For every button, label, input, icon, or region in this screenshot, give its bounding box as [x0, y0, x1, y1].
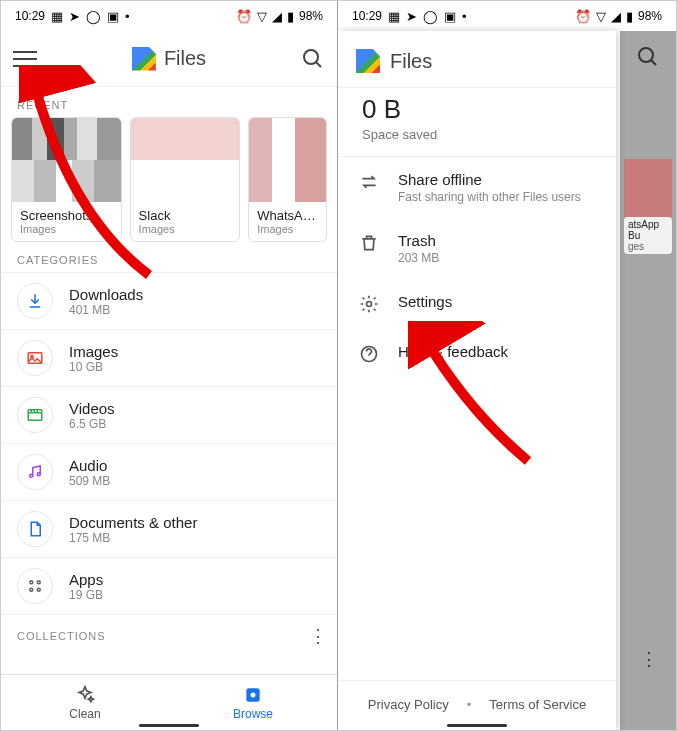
- recent-row: Screenshots Images Slack Images WhatsApp…: [1, 117, 337, 242]
- drawer-item-trash[interactable]: Trash203 MB: [338, 218, 616, 279]
- categories-label: CATEGORIES: [1, 242, 337, 272]
- recent-sub: Images: [20, 223, 113, 235]
- files-logo-icon: [132, 47, 156, 71]
- terms-link[interactable]: Terms of Service: [489, 697, 586, 712]
- map-icon: ▦: [51, 9, 63, 24]
- nav-clean[interactable]: Clean: [1, 675, 169, 730]
- battery-icon: ▮: [626, 9, 633, 24]
- recent-thumbnail: [624, 159, 672, 217]
- drawer-item-share-offline[interactable]: Share offlineFast sharing with other Fil…: [338, 157, 616, 218]
- recent-thumbnail: [249, 118, 326, 202]
- signal-icon: ◢: [272, 9, 282, 24]
- more-vert-icon[interactable]: ⋮: [640, 648, 658, 670]
- bottom-nav: Clean Browse: [1, 674, 337, 730]
- hamburger-menu-button[interactable]: [13, 47, 37, 71]
- drawer-item-title: Help & feedback: [398, 343, 508, 360]
- collections-label: COLLECTIONS: [17, 630, 106, 642]
- recent-card[interactable]: WhatsApp Bu Images: [248, 117, 327, 242]
- privacy-link[interactable]: Privacy Policy: [368, 697, 449, 712]
- category-item-documents[interactable]: Documents & other175 MB: [1, 501, 337, 558]
- nav-browse[interactable]: Browse: [169, 675, 337, 730]
- nav-indicator: [139, 724, 199, 727]
- recent-label: RECENT: [1, 87, 337, 117]
- circle-icon: ◯: [86, 9, 101, 24]
- gear-icon: [358, 293, 380, 315]
- drawer-item-settings[interactable]: Settings: [338, 279, 616, 329]
- category-item-downloads[interactable]: Downloads401 MB: [1, 273, 337, 330]
- space-saved-label: Space saved: [362, 127, 592, 142]
- recent-title: Slack: [139, 208, 232, 223]
- status-bar: 10:29 ▦ ➤ ◯ ▣ • ⏰ ▽ ◢ ▮ 98%: [338, 1, 676, 31]
- nav-indicator: [447, 724, 507, 727]
- category-item-videos[interactable]: Videos6.5 GB: [1, 387, 337, 444]
- recent-thumbnail: [131, 118, 240, 202]
- search-button[interactable]: [636, 45, 660, 69]
- wifi-icon: ▽: [596, 9, 606, 24]
- app-bar: Files: [1, 31, 337, 87]
- signal-icon: ◢: [611, 9, 621, 24]
- more-vert-icon[interactable]: ⋮: [309, 625, 325, 647]
- svg-point-10: [37, 588, 40, 591]
- dot-separator: •: [467, 697, 472, 712]
- wifi-icon: ▽: [257, 9, 267, 24]
- files-logo-icon: [356, 49, 380, 73]
- category-item-apps[interactable]: Apps19 GB: [1, 558, 337, 615]
- category-sub: 6.5 GB: [69, 417, 115, 431]
- apps-icon: [17, 568, 53, 604]
- svg-point-8: [37, 581, 40, 584]
- nav-browse-label: Browse: [233, 707, 273, 721]
- scrim[interactable]: atsApp Bu ges ⋮: [620, 31, 676, 730]
- collections-row: COLLECTIONS ⋮: [1, 615, 337, 651]
- category-title: Images: [69, 343, 118, 360]
- drawer-item-title: Share offline: [398, 171, 581, 188]
- categories-list: Downloads401 MB Images10 GB Videos6.5 GB…: [1, 272, 337, 615]
- app-title: Files: [164, 47, 206, 70]
- phone-browse-screen: 10:29 ▦ ➤ ◯ ▣ • ⏰ ▽ ◢ ▮ 98% Files RECENT: [1, 1, 338, 730]
- drawer-item-sub: 203 MB: [398, 251, 439, 265]
- alarm-icon: ⏰: [575, 9, 591, 24]
- swap-icon: [358, 171, 380, 193]
- drawer-stats: 0 B Space saved: [338, 88, 616, 157]
- svg-point-5: [30, 474, 33, 477]
- status-time: 10:29: [15, 9, 45, 23]
- svg-line-14: [651, 60, 656, 65]
- recent-thumbnail: [12, 118, 121, 202]
- category-title: Audio: [69, 457, 110, 474]
- status-bar: 10:29 ▦ ➤ ◯ ▣ • ⏰ ▽ ◢ ▮ 98%: [1, 1, 337, 31]
- download-icon: [17, 283, 53, 319]
- space-saved-value: 0 B: [362, 94, 592, 125]
- svg-point-6: [37, 473, 40, 476]
- drawer-item-title: Settings: [398, 293, 452, 310]
- recent-card[interactable]: Slack Images: [130, 117, 241, 242]
- app-icon: ▣: [107, 9, 119, 24]
- send-icon: ➤: [406, 9, 417, 24]
- category-sub: 19 GB: [69, 588, 103, 602]
- document-icon: [17, 511, 53, 547]
- circle-icon: ◯: [423, 9, 438, 24]
- alarm-icon: ⏰: [236, 9, 252, 24]
- category-sub: 401 MB: [69, 303, 143, 317]
- app-icon: ▣: [444, 9, 456, 24]
- audio-icon: [17, 454, 53, 490]
- category-title: Documents & other: [69, 514, 197, 531]
- battery-pct: 98%: [638, 9, 662, 23]
- category-item-images[interactable]: Images10 GB: [1, 330, 337, 387]
- drawer-item-sub: Fast sharing with other Files users: [398, 190, 581, 204]
- svg-point-13: [639, 48, 653, 62]
- category-item-audio[interactable]: Audio509 MB: [1, 444, 337, 501]
- send-icon: ➤: [69, 9, 80, 24]
- nav-clean-label: Clean: [69, 707, 100, 721]
- image-icon: [17, 340, 53, 376]
- svg-point-0: [304, 50, 318, 64]
- recent-sub: Images: [139, 223, 232, 235]
- svg-point-7: [30, 581, 33, 584]
- phone-drawer-screen: 10:29 ▦ ➤ ◯ ▣ • ⏰ ▽ ◢ ▮ 98% atsApp Bu ge…: [338, 1, 676, 730]
- search-button[interactable]: [301, 47, 325, 71]
- drawer-item-help[interactable]: Help & feedback: [338, 329, 616, 379]
- drawer-title: Files: [390, 50, 432, 73]
- sparkle-icon: [75, 685, 95, 705]
- drawer-header: Files: [338, 31, 616, 87]
- recent-card[interactable]: Screenshots Images: [11, 117, 122, 242]
- drawer-item-title: Trash: [398, 232, 439, 249]
- recent-title: WhatsApp Bu: [257, 208, 318, 223]
